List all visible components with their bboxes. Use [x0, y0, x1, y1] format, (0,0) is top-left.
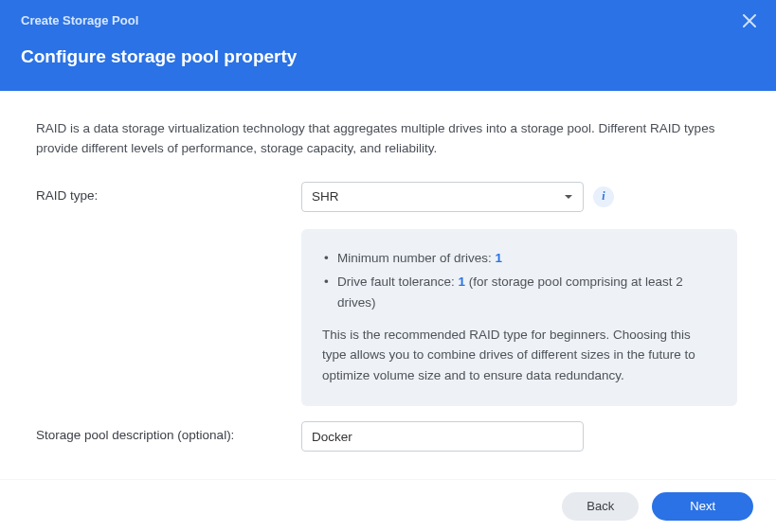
- close-icon: [743, 14, 756, 31]
- close-button[interactable]: [738, 11, 761, 34]
- raid-type-label: RAID type:: [36, 182, 301, 203]
- dialog-content: RAID is a data storage virtualization te…: [0, 91, 776, 452]
- next-button[interactable]: Next: [652, 492, 753, 521]
- description-input[interactable]: [301, 421, 584, 452]
- dialog-header: Create Storage Pool Configure storage po…: [0, 0, 776, 91]
- description-label: Storage pool description (optional):: [36, 421, 301, 442]
- description-row: Storage pool description (optional):: [36, 421, 740, 452]
- wizard-title: Create Storage Pool: [21, 13, 755, 27]
- info-icon: i: [602, 189, 605, 204]
- raid-info-panel: Minimum number of drives: 1 Drive fault …: [301, 229, 737, 407]
- intro-text: RAID is a data storage virtualization te…: [36, 119, 740, 159]
- info-min-drives: Minimum number of drives: 1: [322, 248, 716, 269]
- dialog-footer: Back Next: [0, 479, 776, 532]
- chevron-down-icon: [564, 192, 573, 202]
- info-fault-tolerance: Drive fault tolerance: 1 (for storage po…: [322, 272, 716, 312]
- page-title: Configure storage pool property: [21, 46, 755, 67]
- info-description: This is the recommended RAID type for be…: [322, 325, 716, 386]
- raid-info-button[interactable]: i: [593, 186, 614, 207]
- raid-type-select[interactable]: SHR: [301, 182, 584, 212]
- raid-type-row: RAID type: SHR i Minimum number of drive…: [36, 182, 740, 407]
- back-button[interactable]: Back: [562, 492, 639, 521]
- raid-type-selected-value: SHR: [312, 189, 339, 204]
